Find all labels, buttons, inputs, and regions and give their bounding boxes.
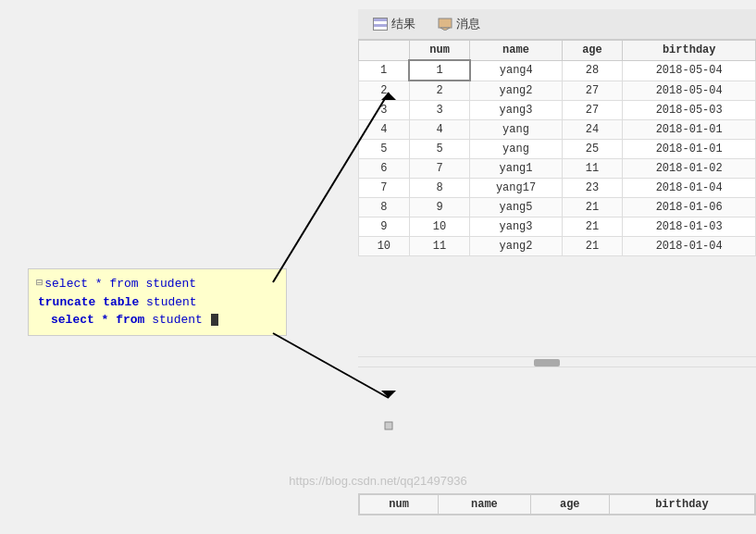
col-rownum	[359, 41, 410, 61]
cell-name: yang3	[470, 217, 562, 237]
bottom-col-age: age	[530, 495, 609, 515]
cell-birthday: 2018-01-01	[623, 140, 756, 159]
svg-rect-0	[439, 19, 452, 28]
table-row: 910yang3212018-01-03	[359, 217, 756, 237]
row-index: 10	[359, 237, 410, 256]
cell-age: 25	[562, 140, 623, 159]
sql-collapse-icon: ⊟	[36, 275, 43, 292]
table-row: 44yang242018-01-01	[359, 120, 756, 140]
cell-birthday: 2018-01-06	[623, 198, 756, 217]
cell-age: 21	[562, 198, 623, 217]
results-tabs: 结果 消息	[358, 9, 756, 40]
cell-birthday: 2018-05-04	[623, 60, 756, 81]
svg-rect-6	[385, 422, 392, 429]
cell-num: 2	[409, 81, 470, 101]
cell-birthday: 2018-01-02	[623, 159, 756, 179]
cell-name: yang5	[470, 198, 562, 217]
cell-name: yang3	[470, 101, 562, 120]
cell-birthday: 2018-01-04	[623, 179, 756, 198]
cell-name: yang17	[470, 179, 562, 198]
scrollbar-thumb[interactable]	[534, 359, 560, 366]
cell-birthday: 2018-05-03	[623, 101, 756, 120]
messages-tab-label: 消息	[456, 16, 480, 32]
sql-line-3: select * from student	[36, 311, 279, 329]
cursor	[211, 314, 218, 326]
cell-name: yang2	[470, 81, 562, 101]
tab-results[interactable]: 结果	[366, 13, 423, 35]
table-row: 78yang17232018-01-04	[359, 179, 756, 198]
cell-age: 11	[562, 159, 623, 179]
col-birthday: birthday	[623, 41, 756, 61]
bottom-col-num: num	[360, 495, 439, 515]
cell-name: yang2	[470, 237, 562, 256]
col-age: age	[562, 41, 623, 61]
cell-name: yang	[470, 140, 562, 159]
cell-age: 24	[562, 120, 623, 140]
results-icon	[373, 18, 388, 31]
cell-age: 23	[562, 179, 623, 198]
cell-num: 8	[409, 179, 470, 198]
bottom-col-birthday: birthday	[609, 495, 754, 515]
sql-line-2: truncate table student	[36, 293, 279, 312]
table-row: 67yang1112018-01-02	[359, 159, 756, 179]
sql-statement-3: select * from student	[51, 311, 218, 329]
table-row: 33yang3272018-05-03	[359, 101, 756, 120]
cell-birthday: 2018-01-04	[623, 237, 756, 256]
table-header-row: num name age birthday	[359, 41, 756, 61]
bottom-col-name: name	[439, 495, 531, 515]
row-index: 2	[359, 81, 410, 101]
row-index: 1	[359, 60, 410, 81]
row-index: 7	[359, 179, 410, 198]
results-table: num name age birthday 11yang4282018-05-0…	[358, 40, 756, 256]
cell-age: 28	[562, 60, 623, 81]
row-index: 8	[359, 198, 410, 217]
table-row: 55yang252018-01-01	[359, 140, 756, 159]
cell-num: 4	[409, 120, 470, 140]
cell-birthday: 2018-05-04	[623, 81, 756, 101]
cell-age: 27	[562, 101, 623, 120]
cell-num: 9	[409, 198, 470, 217]
table-row: 22yang2272018-05-04	[359, 81, 756, 101]
row-index: 6	[359, 159, 410, 179]
cell-birthday: 2018-01-03	[623, 217, 756, 237]
sql-statement-1: select * from student	[44, 275, 196, 293]
watermark: https://blog.csdn.net/qq21497936	[289, 474, 466, 488]
scrollbar-container[interactable]	[358, 356, 756, 367]
svg-marker-5	[381, 391, 396, 398]
messages-icon	[438, 18, 452, 31]
main-container: ⊟ select * from student truncate table s…	[0, 0, 756, 534]
svg-marker-1	[440, 28, 450, 31]
tab-messages[interactable]: 消息	[430, 13, 488, 35]
cell-name: yang	[470, 120, 562, 140]
col-num: num	[409, 41, 470, 61]
cell-name: yang1	[470, 159, 562, 179]
cell-age: 21	[562, 237, 623, 256]
cell-age: 21	[562, 217, 623, 237]
cell-num: 10	[409, 217, 470, 237]
sql-statement-2: truncate table student	[38, 293, 197, 312]
results-panel: 结果 消息 num name age birthday	[358, 9, 756, 256]
bottom-results-table: num name age birthday	[359, 494, 755, 515]
table-row: 89yang5212018-01-06	[359, 198, 756, 217]
cell-num: 3	[409, 101, 470, 120]
results-tab-label: 结果	[391, 16, 415, 32]
table-row: 11yang4282018-05-04	[359, 60, 756, 81]
row-index: 3	[359, 101, 410, 120]
cell-age: 27	[562, 81, 623, 101]
row-index: 5	[359, 140, 410, 159]
row-index: 4	[359, 120, 410, 140]
bottom-panel: num name age birthday	[358, 493, 756, 515]
cell-num: 11	[409, 237, 470, 256]
cell-name: yang4	[470, 60, 562, 81]
cell-birthday: 2018-01-01	[623, 120, 756, 140]
table-row: 1011yang2212018-01-04	[359, 237, 756, 256]
sql-line-1: ⊟ select * from student	[36, 275, 279, 293]
bottom-header-row: num name age birthday	[360, 495, 755, 515]
col-name: name	[470, 41, 562, 61]
cell-num: 5	[409, 140, 470, 159]
sql-editor[interactable]: ⊟ select * from student truncate table s…	[28, 268, 287, 336]
row-index: 9	[359, 217, 410, 237]
cell-num: 1	[409, 60, 470, 81]
cell-num: 7	[409, 159, 470, 179]
